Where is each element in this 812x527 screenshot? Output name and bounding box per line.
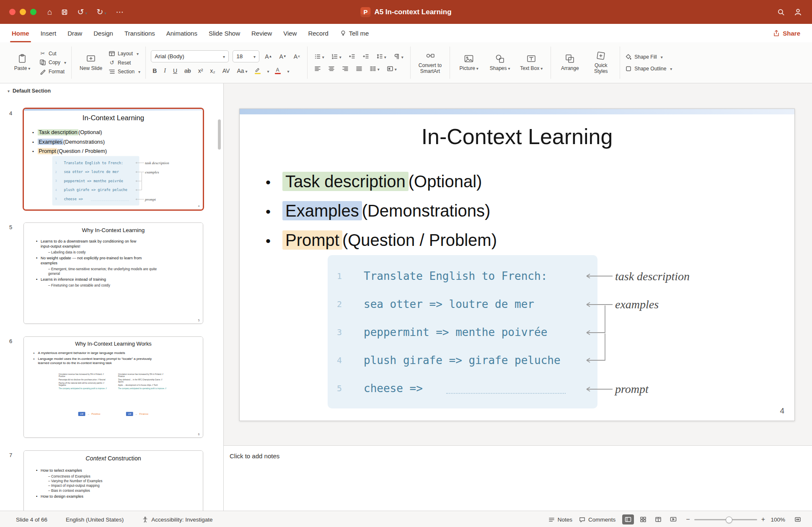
thumbnail-list[interactable]: 4 In-Context Learning •Task description … (0, 98, 223, 511)
redo-icon[interactable]: ↻ (96, 7, 106, 17)
columns-button[interactable] (368, 65, 381, 73)
line-spacing-button[interactable] (375, 52, 388, 61)
undo-menu-chevron-icon[interactable] (84, 8, 87, 17)
account-icon[interactable] (794, 8, 802, 16)
format-painter-button[interactable]: Format (39, 68, 66, 75)
strikethrough-button[interactable]: ab (183, 67, 193, 75)
slide-sorter-view-button[interactable] (637, 514, 649, 524)
convert-to-smartart-button[interactable]: Convert toSmartArt (416, 49, 445, 76)
underline-button[interactable]: U (171, 67, 179, 75)
font-family-select[interactable]: Arial (Body) (151, 50, 229, 62)
save-icon[interactable] (61, 9, 68, 16)
align-right-button[interactable] (340, 65, 350, 73)
cut-button[interactable]: ✂Cut (39, 50, 66, 57)
tab-slide-show[interactable]: Slide Show (209, 24, 240, 42)
search-icon[interactable] (777, 8, 785, 16)
zoom-slider-knob[interactable] (726, 517, 732, 523)
font-size-select[interactable]: 18 (233, 50, 259, 62)
font-color-chevron-icon[interactable] (286, 67, 290, 75)
italic-button[interactable]: I (162, 67, 168, 75)
copy-button[interactable]: Copy (39, 59, 66, 66)
share-button[interactable]: Share (771, 29, 803, 37)
text-highlight-button[interactable] (253, 66, 262, 75)
quick-styles-button[interactable]: QuickStyles (587, 49, 615, 76)
highlight-chevron-icon[interactable] (266, 67, 269, 75)
code-example-block[interactable]: 1Translate English to French: 2sea otter… (328, 255, 597, 408)
slide-thumbnail-4[interactable]: In-Context Learning •Task description (O… (23, 108, 203, 210)
more-toolbar-icon[interactable]: ⋯ (116, 7, 124, 17)
zoom-slider[interactable] (694, 516, 757, 523)
align-left-button[interactable] (313, 65, 323, 73)
undo-icon[interactable]: ↺ (77, 7, 87, 17)
language-indicator[interactable]: English (United States) (66, 517, 124, 523)
change-case-button[interactable]: Aa (235, 67, 249, 75)
text-direction-button[interactable] (385, 65, 398, 73)
shape-outline-button[interactable]: Shape Outline (625, 65, 672, 72)
bold-button[interactable]: B (151, 67, 158, 75)
tab-insert[interactable]: Insert (41, 24, 57, 42)
notes-pane[interactable]: Click to add notes (224, 445, 812, 511)
tab-draw[interactable]: Draw (67, 24, 82, 42)
text-box-button[interactable]: Text Box (517, 52, 546, 73)
decrease-indent-button[interactable] (347, 52, 357, 61)
slide-canvas[interactable]: In-Context Learning •Task description (O… (239, 108, 795, 421)
zoom-in-button[interactable]: + (761, 516, 765, 523)
tab-view[interactable]: View (283, 24, 297, 42)
tab-record[interactable]: Record (308, 24, 328, 42)
redo-menu-chevron-icon[interactable] (103, 8, 106, 17)
new-slide-button[interactable]: New Slide (77, 52, 105, 73)
window-zoom-button[interactable] (30, 9, 36, 15)
paste-menu-chevron-icon[interactable] (27, 66, 30, 72)
zoom-out-button[interactable]: − (686, 516, 690, 523)
sidebar-scrollbar[interactable] (218, 119, 221, 150)
fit-slide-button[interactable] (792, 514, 804, 524)
slide-bullet-list[interactable]: •Task description (Optional) •Examples (… (266, 172, 497, 260)
justify-button[interactable] (354, 65, 364, 73)
normal-view-button[interactable] (622, 514, 634, 524)
bullets-button[interactable] (313, 52, 326, 61)
accessibility-status[interactable]: Accessibility: Investigate (142, 517, 212, 523)
reading-view-button[interactable] (652, 514, 664, 524)
tab-review[interactable]: Review (251, 24, 272, 42)
window-close-button[interactable] (9, 9, 16, 15)
layout-button[interactable]: Layout (109, 50, 140, 57)
notes-toggle[interactable]: Notes (548, 517, 572, 523)
section-collapse-chevron-icon[interactable]: ▾ (8, 89, 10, 93)
increase-font-size-button[interactable]: A▲ (263, 52, 274, 61)
character-spacing-button[interactable]: AV (221, 67, 232, 75)
tab-transitions[interactable]: Transitions (124, 24, 155, 42)
slide-thumbnail-6[interactable]: Why In-Context Learning Works •A mysteri… (23, 336, 203, 438)
slide-thumbnail-5[interactable]: Why In-Context Learning •Learns to do a … (23, 222, 203, 324)
arrange-button[interactable]: Arrange (556, 52, 584, 73)
comments-toggle[interactable]: Comments (579, 517, 615, 523)
decrease-font-size-button[interactable]: A▼ (277, 52, 288, 61)
home-icon[interactable]: ⌂ (47, 8, 52, 17)
subscript-button[interactable]: x₂ (208, 67, 217, 75)
picture-button[interactable]: Picture (455, 52, 483, 73)
slide-title[interactable]: In-Context Learning (240, 124, 794, 149)
paragraph-marks-button[interactable] (392, 52, 405, 61)
slideshow-button[interactable] (667, 514, 679, 524)
superscript-button[interactable]: x² (197, 67, 205, 75)
tab-animations[interactable]: Animations (166, 24, 197, 42)
section-button[interactable]: Section (109, 68, 140, 75)
tab-home[interactable]: Home (12, 24, 29, 42)
slide-indicator[interactable]: Slide 4 of 66 (16, 517, 47, 523)
increase-indent-button[interactable] (361, 52, 371, 61)
window-minimize-button[interactable] (20, 9, 26, 15)
tab-design[interactable]: Design (93, 24, 113, 42)
reset-button[interactable]: ↺Reset (109, 59, 140, 66)
shape-fill-button[interactable]: Shape Fill (625, 54, 672, 60)
align-center-button[interactable] (326, 65, 336, 73)
notes-placeholder[interactable]: Click to add notes (230, 452, 279, 460)
zoom-level[interactable]: 100% (769, 517, 785, 523)
section-header[interactable]: ▾ Default Section (0, 83, 223, 98)
clear-formatting-button[interactable]: A⨯ (292, 52, 302, 61)
numbering-button[interactable] (330, 52, 343, 61)
paste-button[interactable]: Paste (8, 52, 36, 73)
slide-thumbnail-7[interactable]: Context Construction •How to select exam… (23, 450, 203, 511)
slide-number-label: 4 (9, 110, 12, 116)
shapes-button[interactable]: Shapes (486, 52, 514, 73)
tab-tell-me[interactable]: Tell me (340, 24, 369, 42)
font-color-button[interactable]: A (273, 67, 282, 75)
